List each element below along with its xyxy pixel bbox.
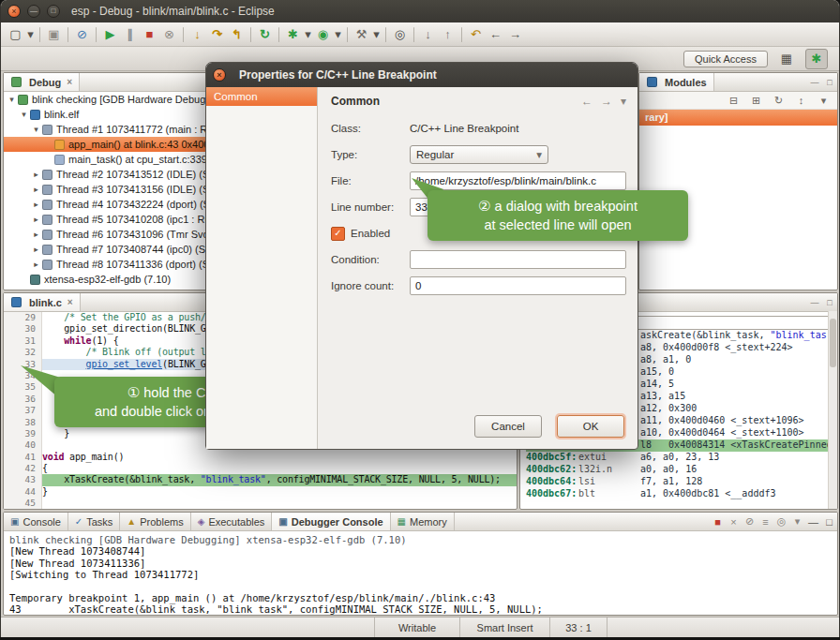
disassembly-line[interactable]: 400dbc5f: extui a6, a0, 23, 13 [526, 452, 837, 464]
twisty-icon[interactable]: ▸ [31, 200, 41, 209]
last-edit-icon[interactable]: ↶ [466, 25, 486, 44]
console-tab[interactable]: ▣ Debugger Console [272, 513, 390, 530]
refresh-icon[interactable]: ↻ [771, 95, 787, 107]
run-dropdown-icon[interactable]: ▾ [333, 25, 343, 44]
new-dropdown-icon[interactable]: ▾ [25, 25, 36, 44]
tab-debug[interactable]: Debug × [4, 73, 80, 91]
condition-field[interactable] [410, 250, 626, 269]
step-over-icon[interactable]: ↷ [207, 25, 227, 44]
window-maximize-icon[interactable]: □ [47, 5, 60, 18]
forward-icon[interactable]: → [505, 25, 525, 44]
resume-icon[interactable]: ▶ [100, 25, 120, 44]
line-number[interactable]: 38 [4, 417, 42, 428]
terminate-icon[interactable]: ■ [140, 25, 159, 44]
save-icon[interactable]: ▣ [44, 25, 64, 44]
line-number[interactable]: 39 [4, 428, 42, 439]
console-tab[interactable]: ▲ Problems [120, 513, 190, 530]
view-menu-icon[interactable]: ▾ [621, 95, 626, 108]
type-select[interactable]: Regular ▾ [410, 145, 548, 164]
pin-console-icon[interactable]: ◎ [773, 515, 789, 528]
twisty-icon[interactable]: ▸ [31, 260, 41, 269]
disassembly-line[interactable]: 400dbc67: blt a1, 0x400dbc81 <__adddf3 [526, 488, 837, 500]
minimize-icon[interactable]: — [807, 298, 822, 307]
close-icon[interactable]: × [68, 297, 73, 307]
open-perspective-icon[interactable]: ▦ [775, 49, 798, 69]
code-line[interactable]: 44 } [4, 486, 517, 498]
debug-icon[interactable]: ✱ [283, 25, 303, 44]
maximize-icon[interactable]: □ [822, 298, 837, 307]
suspend-icon[interactable]: ∥ [120, 25, 140, 44]
build-dropdown-icon[interactable]: ▾ [371, 25, 382, 44]
sort-icon[interactable]: ↕ [793, 95, 809, 106]
disassembly-line[interactable]: 400dbc64: lsi f7, a1, 128 [526, 476, 837, 488]
disconnect-icon[interactable]: ⊗ [159, 25, 179, 44]
run-icon[interactable]: ◉ [313, 25, 333, 44]
twisty-icon[interactable]: ▸ [31, 215, 41, 224]
view-menu-icon[interactable]: ▾ [816, 95, 832, 107]
console-output[interactable]: blink checking [GDB Hardware Debugging] … [4, 531, 837, 616]
line-number[interactable]: 30 [4, 323, 42, 335]
search-icon[interactable]: ◎ [390, 25, 410, 44]
minimize-icon[interactable]: — [807, 78, 822, 87]
line-number[interactable]: 32 [4, 347, 42, 358]
code-line[interactable]: 41 void app_main() [4, 452, 517, 463]
line-number[interactable]: 41 [4, 452, 42, 463]
scroll-lock-icon[interactable]: ≡ [758, 516, 773, 528]
line-number[interactable]: 29 [4, 312, 42, 323]
line-number[interactable]: 40 [4, 439, 42, 451]
console-tab[interactable]: ✓ Tasks [68, 513, 121, 530]
next-annotation-icon[interactable]: ↓ [418, 25, 438, 44]
nav-item-common[interactable]: Common [206, 87, 317, 106]
scrollbar[interactable] [828, 311, 837, 509]
step-into-icon[interactable]: ↓ [188, 25, 207, 44]
line-number[interactable]: 44 [4, 486, 42, 498]
minimize-icon[interactable]: — [805, 516, 821, 528]
window-minimize-icon[interactable]: — [27, 5, 40, 18]
step-return-icon[interactable]: ↰ [227, 25, 247, 44]
forward-icon[interactable]: → [601, 95, 612, 108]
tab-blink-c[interactable]: blink.c × [4, 293, 81, 311]
twisty-icon[interactable]: ▾ [7, 95, 17, 104]
prev-annotation-icon[interactable]: ↑ [438, 25, 458, 44]
restart-icon[interactable]: ↻ [255, 25, 275, 44]
collapse-all-icon[interactable]: ⊟ [726, 95, 742, 107]
twisty-icon[interactable]: ▸ [31, 230, 41, 239]
twisty-icon[interactable]: ▸ [31, 185, 41, 194]
window-close-icon[interactable]: × [8, 5, 21, 18]
line-number[interactable]: 42 [4, 463, 42, 474]
twisty-icon[interactable]: ▾ [31, 125, 41, 134]
line-number[interactable]: 31 [4, 335, 42, 347]
console-tab[interactable]: ▣ Console [4, 513, 68, 530]
code-line[interactable]: 42 { [4, 463, 517, 474]
code-line[interactable]: 45 [4, 498, 517, 509]
line-number[interactable]: 45 [4, 498, 42, 509]
expand-all-icon[interactable]: ⊞ [748, 95, 764, 107]
twisty-icon[interactable]: ▸ [31, 245, 41, 254]
console-tab[interactable]: ◈ Executables [191, 513, 273, 530]
code-line[interactable]: 43 xTaskCreate(&blink_task, "blink_task"… [4, 474, 517, 485]
modules-selected-row[interactable]: rary] [639, 110, 837, 126]
back-icon[interactable]: ← [486, 25, 505, 44]
line-number[interactable]: 43 [4, 474, 42, 485]
ok-button[interactable]: OK [557, 415, 624, 438]
twisty-icon[interactable]: ▾ [19, 110, 29, 119]
debug-dropdown-icon[interactable]: ▾ [303, 25, 313, 44]
dialog-close-icon[interactable]: × [213, 68, 226, 82]
disassembly-line[interactable]: 400dbc62: l32i.n a0, a0, 16 [526, 464, 837, 476]
clear-console-icon[interactable]: ⊘ [742, 515, 758, 528]
ignore-count-field[interactable] [410, 276, 626, 295]
quick-access-button[interactable]: Quick Access [683, 51, 768, 67]
line-number[interactable]: 37 [4, 405, 42, 416]
cancel-button[interactable]: Cancel [474, 415, 542, 438]
back-icon[interactable]: ← [581, 95, 592, 108]
tab-modules[interactable]: Modules [639, 73, 714, 91]
build-icon[interactable]: ⚒ [352, 25, 371, 44]
remove-launch-icon[interactable]: × [726, 516, 742, 528]
console-tab[interactable]: ▦ Memory [391, 513, 455, 530]
console-menu-icon[interactable]: ▾ [789, 515, 805, 528]
enabled-checkbox[interactable]: ✓ [331, 227, 345, 241]
terminate-icon[interactable]: ■ [710, 516, 726, 528]
debug-perspective-icon[interactable]: ✱ [805, 49, 828, 69]
skip-breakpoints-icon[interactable]: ⊘ [72, 25, 92, 44]
maximize-icon[interactable]: □ [821, 516, 837, 528]
